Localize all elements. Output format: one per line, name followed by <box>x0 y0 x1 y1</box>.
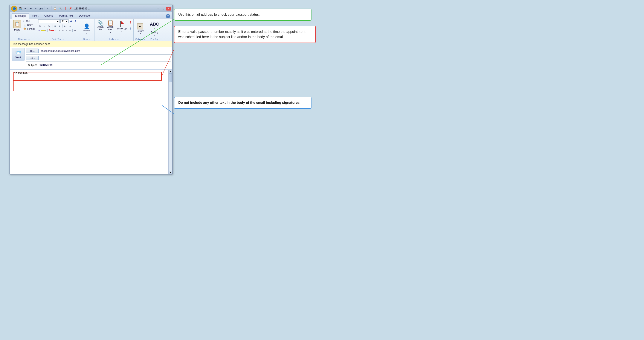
save-button[interactable]: 💾 <box>18 7 22 11</box>
align-center-button[interactable]: ≡ <box>62 29 64 32</box>
spelling-dropdown-icon[interactable]: ▼ <box>154 34 155 36</box>
follow-up-icon <box>118 20 125 27</box>
sep2 <box>51 7 52 11</box>
italic-button[interactable]: I <box>43 24 47 28</box>
font-family-select[interactable] <box>38 19 60 23</box>
subject-row: Subject: <box>26 62 170 68</box>
send-button[interactable]: 📨 Send <box>12 48 24 61</box>
low-importance-button[interactable]: ↓ <box>129 26 132 31</box>
options-dropdown-icon[interactable]: ▼ <box>140 33 141 35</box>
bullets-button[interactable]: ≡ <box>53 24 57 28</box>
search-qat[interactable]: 🔍 <box>58 7 62 11</box>
options-icon: ✒ <box>137 24 143 30</box>
ribbon-group-basic-text: 11 A A B I U ≡ ≡ ⇤ ⇥ <box>37 19 79 41</box>
to-button[interactable]: To... <box>26 49 39 53</box>
attach-item-dropdown-icon[interactable]: ▼ <box>110 31 111 33</box>
tab-format-text[interactable]: Format Text <box>56 13 76 18</box>
close-button[interactable]: ✕ <box>166 7 171 11</box>
to-row: To... <box>26 48 170 54</box>
grow-font-button[interactable]: A <box>69 19 73 23</box>
pin-qat[interactable]: 📌 <box>68 7 72 11</box>
tab-options[interactable]: Options <box>42 13 56 18</box>
names-dropdown-icon[interactable]: ▼ <box>86 33 88 34</box>
minimize-button[interactable]: ─ <box>156 7 161 11</box>
tab-insert[interactable]: Insert <box>29 13 42 18</box>
maximize-button[interactable]: □ <box>161 7 166 11</box>
scrollbar: ▲ ▼ <box>168 70 172 174</box>
paste-dropdown-arrow[interactable]: ▼ <box>16 31 18 33</box>
highlight-dropdown-icon[interactable]: ▼ <box>45 30 46 31</box>
bold-button[interactable]: B <box>38 24 42 28</box>
increase-indent-button[interactable]: ⇥ <box>68 24 72 28</box>
paste-label: Paste <box>14 28 20 31</box>
address-book-qat[interactable]: 📋 <box>53 7 57 11</box>
redo-button[interactable]: ↪ <box>28 7 33 11</box>
high-importance-button[interactable]: ! <box>129 20 132 26</box>
options-label: Options ↗ <box>135 38 146 41</box>
decrease-indent-button[interactable]: ⇤ <box>63 24 68 28</box>
scroll-down-button[interactable]: ▼ <box>169 171 172 174</box>
email-body[interactable]: 123456789 <box>10 70 168 174</box>
send-icon: 📨 <box>15 50 21 56</box>
options-content: ✒ Options ▼ <box>135 19 146 38</box>
follow-up-dropdown-icon[interactable]: ▼ <box>121 31 123 33</box>
scroll-up-button[interactable]: ▲ <box>169 70 172 73</box>
basic-text-content: 11 A A B I U ≡ ≡ ⇤ ⇥ <box>38 19 78 38</box>
outlook-window: 🔵 💾 ↩ ↪ ✂ abc » 📋 🔍 ❗ 📌 123456789 ... ─ … <box>10 5 173 175</box>
paste-button[interactable]: 📋 Paste ▼ <box>12 19 22 34</box>
alert-qat[interactable]: ❗ <box>63 7 68 11</box>
title-bar: 🔵 💾 ↩ ↪ ✂ abc » 📋 🔍 ❗ 📌 123456789 ... ─ … <box>10 5 172 12</box>
ribbon-group-include: 📎 AttachFile 📋 AttachItem ▼ Follow Up <box>95 19 134 41</box>
font-color-dropdown-icon[interactable]: ▼ <box>54 30 56 31</box>
options-expand-icon[interactable]: ↗ <box>144 38 146 40</box>
importance-col: ! ↓ <box>129 19 132 31</box>
include-expand-icon[interactable]: ↗ <box>117 38 119 40</box>
justify-button[interactable]: ≡ <box>68 29 71 32</box>
tab-developer[interactable]: Developer <box>76 13 94 18</box>
cc-button[interactable]: Cc... <box>26 56 39 60</box>
rtl-button[interactable]: ↵ <box>74 29 77 32</box>
format-painter-button[interactable]: 🎨 Format <box>22 27 36 31</box>
cc-input[interactable] <box>40 56 170 60</box>
align-left-button[interactable]: ≡ <box>58 29 61 32</box>
align-right-button[interactable]: ≡ <box>65 29 68 32</box>
spelling-label: Spelling <box>150 31 158 34</box>
flag-shape <box>121 21 124 24</box>
names-button[interactable]: 👤 Names ▼ <box>80 23 93 35</box>
spelling-button[interactable]: ABC ✓ Spelling ▼ <box>148 21 160 37</box>
to-input[interactable] <box>40 49 170 53</box>
names-icon: 👤 <box>84 24 90 29</box>
basic-text-expand-icon[interactable]: ↗ <box>62 38 64 40</box>
office-button[interactable]: 🔵 <box>11 6 17 12</box>
cc-row: Cc... <box>26 55 170 61</box>
color-row: ab ▼ A ▼ ≡ ≡ ≡ ≡ ↵ <box>38 29 77 32</box>
paste-icon: 📋 <box>13 20 21 28</box>
annotation-red: Enter a valid passport number exactly as… <box>174 26 316 43</box>
copy-button[interactable]: 📄 Copy <box>22 23 36 27</box>
fmt-sep-1 <box>52 25 52 28</box>
annotation-green-text: Use this email address to check your pas… <box>178 13 260 16</box>
options-button[interactable]: ✒ Options ▼ <box>135 23 146 36</box>
attach-item-button[interactable]: 📋 AttachItem ▼ <box>106 19 115 34</box>
underline-button[interactable]: U <box>47 24 52 28</box>
cut-qat-button[interactable]: ✂ <box>34 7 38 11</box>
spell-qat-button[interactable]: abc <box>39 7 43 11</box>
names-label: Names <box>80 38 93 41</box>
attach-file-button[interactable]: 📎 AttachFile <box>96 19 105 32</box>
highlight-color-button[interactable]: ab ▼ <box>38 29 46 32</box>
follow-up-button[interactable]: Follow Up ▼ <box>116 19 128 33</box>
cut-button[interactable]: ✂ Cut <box>22 19 36 23</box>
header-layout: 📨 Send To... Cc... Subj <box>12 48 170 68</box>
tab-message[interactable]: Message <box>12 13 29 19</box>
expand-qat-button[interactable]: » <box>46 7 50 11</box>
scroll-thumb[interactable] <box>169 73 172 82</box>
shrink-font-button[interactable]: A <box>74 19 78 23</box>
undo-button[interactable]: ↩ <box>23 7 28 11</box>
numbering-button[interactable]: ≡ <box>58 24 62 28</box>
font-size-select[interactable]: 11 <box>60 19 68 23</box>
font-color-button[interactable]: A ▼ <box>48 29 56 32</box>
help-button[interactable]: ? <box>166 14 170 18</box>
subject-input[interactable] <box>40 63 170 68</box>
ribbon-group-proofing: ABC ✓ Spelling ▼ Proofing <box>147 19 162 41</box>
clipboard-expand-icon[interactable]: ↗ <box>28 38 30 40</box>
